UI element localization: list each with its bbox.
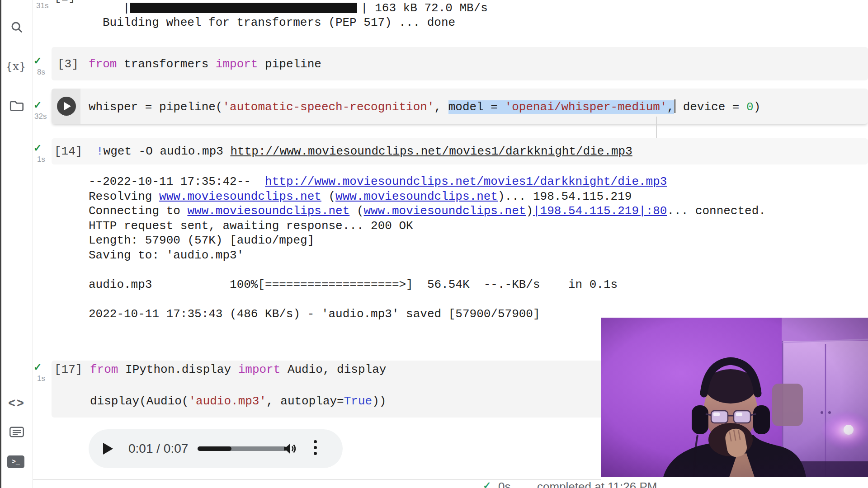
webcam-overlay: [601, 318, 868, 477]
cell3-elapsed: 8s: [37, 68, 45, 77]
cell3-code[interactable]: from transformers import pipeline: [89, 57, 321, 71]
pip-output-line: Building wheel for transformers (PEP 517…: [103, 15, 455, 30]
output-line: audio.mp3 100%[===================>] 56.…: [89, 277, 766, 292]
cell17-code-line1[interactable]: from IPython.display import Audio, displ…: [90, 362, 386, 377]
output-line: Connecting to www.moviesoundclips.net (w…: [89, 204, 766, 219]
webcam-video: [601, 318, 868, 477]
whisper-cell-elapsed: 32s: [34, 112, 47, 121]
cell3-exec-label[interactable]: [3]: [57, 57, 79, 71]
text-cursor: [675, 99, 675, 113]
output-link[interactable]: |198.54.115.219|:80: [533, 204, 667, 218]
status-check-icon: ✓: [483, 481, 491, 488]
bottom-divider: [33, 479, 601, 480]
audio-player: 0:01 / 0:07: [89, 429, 343, 468]
cell17-code-line2[interactable]: display(Audio('audio.mp3', autoplay=True…: [90, 394, 386, 408]
search-icon[interactable]: [8, 18, 26, 36]
output-link[interactable]: www.moviesoundclips.net: [364, 204, 526, 218]
output-link[interactable]: www.moviesoundclips.net: [187, 204, 349, 218]
cell17-exec-label[interactable]: [17]: [54, 362, 82, 377]
audio-time: 0:01 / 0:07: [128, 429, 188, 468]
audio-menu-icon[interactable]: [314, 440, 317, 455]
cell14-elapsed: 1s: [37, 155, 45, 164]
code-icon[interactable]: <>: [8, 394, 26, 412]
output-line: HTTP request sent, awaiting response... …: [89, 219, 766, 234]
pip-progress-rate: | 163 kB 72.0 MB/s: [361, 1, 488, 15]
play-icon: [103, 443, 113, 455]
output-line: Length: 57900 (57K) [audio/mpeg]: [89, 233, 766, 248]
output-link[interactable]: www.moviesoundclips.net: [159, 190, 321, 203]
pip-exec-label[interactable]: [2]: [54, 0, 75, 5]
play-icon: [64, 102, 71, 110]
cell14-exec-label[interactable]: [14]: [54, 144, 82, 159]
terminal-icon[interactable]: >_: [7, 453, 25, 471]
cell17-elapsed: 1s: [37, 374, 45, 383]
pip-progress-prefix: |: [123, 1, 130, 15]
pip-progress-bar: [130, 3, 357, 13]
output-line: --2022-10-11 17:35:42-- http://www.movie…: [89, 174, 766, 189]
output-line: [89, 263, 766, 278]
cell17-success-icon: ✓: [33, 362, 42, 372]
volume-icon[interactable]: [282, 441, 297, 458]
cell14-success-icon: ✓: [33, 143, 42, 153]
code-link[interactable]: http://www.moviesoundclips.net/movies1/d…: [230, 145, 632, 158]
whisper-cell-code[interactable]: whisper = pipeline('automatic-speech-rec…: [89, 99, 760, 114]
whisper-code-cell: whisper = pipeline('automatic-speech-rec…: [52, 89, 868, 124]
cell14-output: --2022-10-11 17:35:42-- http://www.movie…: [89, 174, 766, 322]
run-cell-button[interactable]: [57, 97, 76, 116]
output-line: Resolving www.moviesoundclips.net (www.m…: [89, 189, 766, 204]
status-text: completed at 11:26 PM: [537, 480, 657, 488]
cell14-code[interactable]: !wget -O audio.mp3 http://www.moviesound…: [96, 144, 632, 159]
folder-icon[interactable]: [8, 97, 26, 115]
colab-notebook: {x} <> >_ 31s ✓ 8s ✓ 32s ✓ 1s ✓ 1s [2] |…: [0, 0, 868, 488]
output-line: [89, 292, 766, 307]
status-elapsed: 0s: [498, 480, 510, 488]
code-cell-3: [3] from transformers import pipeline: [52, 47, 868, 80]
code-cell-14: [14] !wget -O audio.mp3 http://www.movie…: [52, 138, 868, 164]
cell3-success-icon: ✓: [33, 56, 42, 66]
command-palette-icon[interactable]: [8, 423, 26, 441]
sidebar: {x} <> >_: [1, 0, 33, 488]
audio-play-button[interactable]: [103, 443, 113, 455]
audio-seek-bar[interactable]: [198, 446, 286, 451]
output-link[interactable]: www.moviesoundclips.net: [335, 190, 498, 203]
whisper-cell-success-icon: ✓: [33, 100, 42, 110]
output-link[interactable]: http://www.moviesoundclips.net/movies1/d…: [265, 175, 667, 188]
braces-x-icon[interactable]: {x}: [7, 57, 25, 75]
pip-cell-elapsed: 31s: [36, 1, 48, 10]
output-line: Saving to: 'audio.mp3': [89, 248, 766, 263]
audio-seek-fill: [198, 446, 231, 451]
